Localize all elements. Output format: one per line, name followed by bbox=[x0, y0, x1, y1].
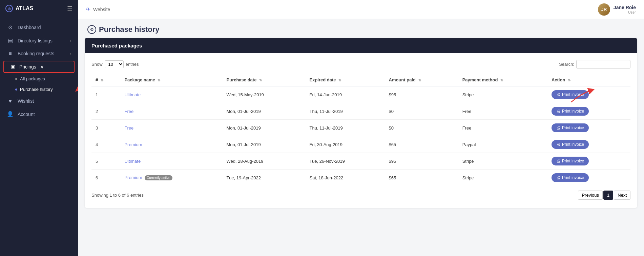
table-row: 3 Free Mon, 01-Jul-2019 Thu, 11-Jul-2019… bbox=[91, 120, 630, 136]
sort-icon[interactable]: ⇅ bbox=[500, 78, 503, 82]
sidebar-subitem-purchase-history[interactable]: Purchase history bbox=[0, 84, 78, 95]
cell-num: 5 bbox=[91, 153, 120, 170]
print-invoice-button[interactable]: 🖨 Print invoice bbox=[552, 107, 589, 116]
previous-button[interactable]: Previous bbox=[578, 191, 603, 200]
website-link[interactable]: Website bbox=[93, 7, 110, 12]
logo-icon: ◎ bbox=[5, 5, 13, 12]
sidebar-header: ◎ ATLAS ☰ bbox=[0, 0, 78, 17]
print-invoice-button[interactable]: 🖨 Print invoice bbox=[552, 123, 589, 132]
dot-icon bbox=[15, 78, 17, 80]
cell-amount-paid: $95 bbox=[385, 153, 458, 170]
active-badge: Currently active bbox=[145, 175, 172, 180]
logo-text: ATLAS bbox=[16, 5, 33, 12]
cell-expired-date: Thu, 11-Jul-2019 bbox=[306, 120, 385, 136]
cell-num: 4 bbox=[91, 136, 120, 153]
cell-package-name: Free bbox=[120, 103, 222, 120]
next-button[interactable]: Next bbox=[614, 191, 630, 200]
cell-amount-paid: $65 bbox=[385, 170, 458, 186]
table-row: 2 Free Mon, 01-Jul-2019 Thu, 11-Jul-2019… bbox=[91, 103, 630, 120]
print-invoice-button[interactable]: 🖨 Print invoice bbox=[552, 90, 589, 99]
col-purchase-date: Purchase date ⇅ bbox=[223, 74, 306, 86]
print-invoice-label: Print invoice bbox=[562, 125, 584, 130]
cell-action: 🖨 Print invoice bbox=[547, 86, 630, 103]
sidebar-item-account[interactable]: 👤 Account bbox=[0, 107, 78, 121]
sidebar-subitem-all-packages[interactable]: All packages bbox=[0, 74, 78, 84]
col-amount-paid: Amount paid ⇅ bbox=[385, 74, 458, 86]
topbar: ✈ Website JR Jane Roie User bbox=[78, 0, 644, 19]
page-title: ⊙ Purchase history bbox=[87, 25, 160, 34]
sort-icon[interactable]: ⇅ bbox=[101, 78, 103, 82]
search-input[interactable] bbox=[576, 60, 630, 68]
col-action-label: Action bbox=[552, 77, 565, 82]
menu-toggle[interactable]: ☰ bbox=[67, 5, 72, 12]
content-card: Purchased packages Show 10 25 50 100 ent… bbox=[85, 38, 637, 208]
sidebar-item-label: Dashboard bbox=[18, 25, 71, 30]
col-amount-label: Amount paid bbox=[389, 77, 416, 82]
cell-package-name: Ultimate bbox=[120, 153, 222, 170]
sidebar-item-pricings[interactable]: ▣ Pricings ∨ bbox=[3, 61, 75, 73]
page-content: ⊙ Purchase history Purchased packages Sh… bbox=[78, 19, 644, 256]
booking-icon: ≡ bbox=[7, 51, 14, 57]
print-invoice-label: Print invoice bbox=[562, 175, 584, 180]
cell-num: 6 bbox=[91, 170, 120, 186]
cell-num: 3 bbox=[91, 120, 120, 136]
cell-expired-date: Fri, 14-Jun-2019 bbox=[306, 86, 385, 103]
sort-icon[interactable]: ⇅ bbox=[338, 78, 341, 82]
sort-icon[interactable]: ⇅ bbox=[158, 78, 160, 82]
sort-icon[interactable]: ⇅ bbox=[259, 78, 262, 82]
print-invoice-label: Print invoice bbox=[562, 92, 584, 97]
cell-package-name: Free bbox=[120, 120, 222, 136]
cell-action: 🖨 Print invoice bbox=[547, 136, 630, 153]
printer-icon: 🖨 bbox=[556, 142, 560, 147]
sidebar-item-label: Booking requests bbox=[18, 51, 66, 56]
search-box: Search: bbox=[559, 60, 630, 68]
col-expired-date: Expired date ⇅ bbox=[306, 74, 385, 86]
col-expired-label: Expired date bbox=[310, 77, 336, 82]
cell-purchase-date: Mon, 01-Jul-2019 bbox=[223, 103, 306, 120]
sidebar-item-wishlist[interactable]: ♥ Wishlist bbox=[0, 95, 78, 107]
sort-icon[interactable]: ⇅ bbox=[418, 78, 421, 82]
page-header: ⊙ Purchase history bbox=[78, 19, 644, 38]
sidebar-item-directory-listings[interactable]: ▤ Directory listings › bbox=[0, 34, 78, 47]
cell-payment-method: Free bbox=[458, 103, 547, 120]
sidebar-item-label: Account bbox=[18, 112, 71, 117]
card-body: Show 10 25 50 100 entries Search: bbox=[85, 53, 637, 208]
website-icon: ✈ bbox=[86, 6, 90, 13]
chevron-right-icon: › bbox=[70, 39, 71, 43]
app-logo: ◎ ATLAS bbox=[5, 5, 33, 12]
page-1-button[interactable]: 1 bbox=[603, 191, 613, 200]
pagination-row: Showing 1 to 6 of 6 entries Previous 1 N… bbox=[91, 186, 630, 201]
directory-icon: ▤ bbox=[7, 37, 14, 44]
sort-icon[interactable]: ⇅ bbox=[568, 78, 570, 82]
table-row: 5 Ultimate Wed, 28-Aug-2019 Tue, 26-Nov-… bbox=[91, 153, 630, 170]
col-num-label: # bbox=[96, 77, 98, 82]
sidebar-item-booking-requests[interactable]: ≡ Booking requests › bbox=[0, 47, 78, 60]
print-invoice-label: Print invoice bbox=[562, 109, 584, 114]
table-controls: Show 10 25 50 100 entries Search: bbox=[91, 60, 630, 68]
page-title-text: Purchase history bbox=[99, 25, 160, 34]
cell-expired-date: Sat, 18-Jun-2022 bbox=[306, 170, 385, 186]
cell-payment-method: Stripe bbox=[458, 170, 547, 186]
show-label: Show bbox=[91, 62, 103, 67]
search-label: Search: bbox=[559, 62, 574, 67]
print-invoice-button[interactable]: 🖨 Print invoice bbox=[552, 157, 589, 165]
wishlist-icon: ♥ bbox=[7, 98, 14, 104]
cell-payment-method: Paypal bbox=[458, 136, 547, 153]
sidebar-item-label: Pricings bbox=[19, 64, 36, 70]
print-invoice-button[interactable]: 🖨 Print invoice bbox=[552, 140, 589, 149]
entries-select[interactable]: 10 25 50 100 bbox=[105, 60, 124, 68]
print-invoice-button[interactable]: 🖨 Print invoice bbox=[552, 173, 589, 182]
sidebar-item-dashboard[interactable]: ⊙ Dashboard bbox=[0, 21, 78, 34]
cell-num: 1 bbox=[91, 86, 120, 103]
sidebar-item-label: Directory listings bbox=[18, 38, 66, 43]
showing-text: Showing 1 to 6 of 6 entries bbox=[91, 193, 144, 198]
printer-icon: 🖨 bbox=[556, 175, 560, 180]
chevron-right-icon: › bbox=[70, 52, 71, 56]
cell-amount-paid: $0 bbox=[385, 103, 458, 120]
sidebar-nav: ⊙ Dashboard ▤ Directory listings › ≡ Boo… bbox=[0, 17, 78, 256]
purchases-table: # ⇅ Package name ⇅ Purchase date ⇅ bbox=[91, 74, 630, 186]
printer-icon: 🖨 bbox=[556, 125, 560, 130]
arrow-annotation bbox=[75, 83, 78, 96]
cell-expired-date: Tue, 26-Nov-2019 bbox=[306, 153, 385, 170]
printer-icon: 🖨 bbox=[556, 159, 560, 163]
